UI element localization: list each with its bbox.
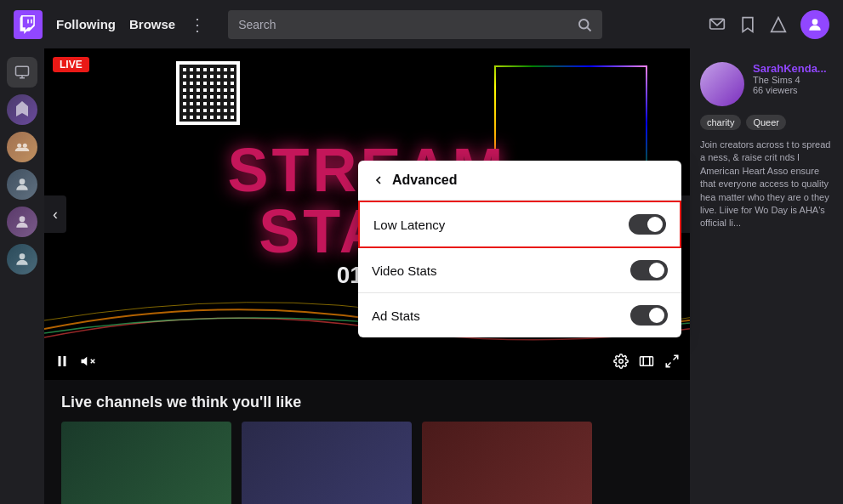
settings-popup: Advanced Low Latency Video Stats Ad Sta bbox=[358, 161, 681, 337]
browse-nav[interactable]: Browse bbox=[129, 17, 175, 31]
svg-point-12 bbox=[17, 144, 21, 148]
prev-arrow[interactable]: ‹ bbox=[44, 195, 66, 233]
sidebar-item-4[interactable] bbox=[7, 207, 37, 237]
twitch-logo[interactable] bbox=[14, 10, 43, 39]
channel-thumb-3[interactable] bbox=[422, 422, 592, 504]
popup-header: Advanced bbox=[358, 161, 681, 201]
svg-rect-17 bbox=[59, 356, 61, 366]
more-nav[interactable]: ⋮ bbox=[189, 14, 208, 35]
svg-point-2 bbox=[579, 20, 589, 29]
channel-thumb-1[interactable] bbox=[61, 422, 231, 504]
video-stats-toggle[interactable] bbox=[630, 260, 668, 280]
tag-charity[interactable]: charity bbox=[700, 115, 741, 130]
streamer-avatar[interactable] bbox=[700, 62, 744, 106]
video-stats-label: Video Stats bbox=[372, 263, 436, 278]
ad-stats-item: Ad Stats bbox=[358, 293, 681, 337]
streamer-info: SarahKenda... The Sims 4 66 viewers bbox=[753, 62, 833, 106]
fullscreen-button[interactable] bbox=[664, 354, 680, 369]
video-player: STREAMSTART 01:13 bbox=[44, 48, 690, 380]
sidebar-item-2[interactable] bbox=[7, 132, 37, 162]
ad-stats-toggle[interactable] bbox=[630, 305, 668, 326]
low-latency-toggle[interactable] bbox=[629, 214, 666, 235]
svg-rect-23 bbox=[641, 357, 653, 366]
svg-rect-18 bbox=[64, 356, 66, 366]
popup-back-button[interactable] bbox=[372, 173, 385, 187]
content-area: STREAMSTART 01:13 bbox=[44, 48, 843, 504]
svg-point-7 bbox=[812, 19, 818, 25]
search-button[interactable] bbox=[577, 17, 592, 32]
following-nav[interactable]: Following bbox=[56, 17, 116, 31]
main-layout: STREAMSTART 01:13 bbox=[0, 48, 843, 504]
low-latency-label: Low Latency bbox=[373, 218, 445, 232]
svg-marker-6 bbox=[772, 17, 786, 31]
svg-marker-11 bbox=[16, 101, 28, 116]
streamer-header: SarahKenda... The Sims 4 66 viewers bbox=[700, 62, 833, 106]
popup-title: Advanced bbox=[392, 173, 457, 188]
streamer-description: Join creators across t to spread a ness,… bbox=[700, 139, 833, 230]
streamer-tags: charity Queer bbox=[700, 115, 833, 130]
svg-point-14 bbox=[20, 178, 26, 184]
live-badge: LIVE bbox=[53, 57, 89, 72]
search-input[interactable] bbox=[238, 18, 570, 31]
qr-code bbox=[176, 61, 240, 125]
controls-right bbox=[613, 354, 680, 369]
search-bar bbox=[228, 10, 602, 39]
svg-rect-8 bbox=[16, 66, 29, 76]
play-pause-button[interactable] bbox=[54, 354, 70, 369]
svg-point-22 bbox=[619, 360, 624, 364]
sidebar-item-1[interactable] bbox=[7, 94, 37, 125]
svg-point-13 bbox=[23, 144, 27, 148]
svg-marker-19 bbox=[82, 357, 88, 366]
streamer-name[interactable]: SarahKenda... bbox=[753, 62, 833, 75]
sidebar-item-3[interactable] bbox=[7, 169, 37, 200]
streamer-avatar-image bbox=[700, 62, 744, 106]
channel-thumbnails bbox=[61, 422, 673, 504]
below-video: Live channels we think you'll like bbox=[44, 380, 690, 504]
section-title: Live channels we think you'll like bbox=[61, 394, 673, 411]
low-latency-item: Low Latency bbox=[358, 201, 681, 248]
sidebar-screen-icon[interactable] bbox=[7, 57, 37, 88]
right-panel: SarahKenda... The Sims 4 66 viewers char… bbox=[690, 48, 843, 504]
streamer-game: The Sims 4 bbox=[753, 75, 833, 85]
video-section: STREAMSTART 01:13 bbox=[44, 48, 690, 504]
sidebar bbox=[0, 48, 44, 504]
nav-right bbox=[709, 10, 829, 39]
svg-point-15 bbox=[20, 216, 26, 222]
svg-line-27 bbox=[666, 363, 670, 367]
svg-line-26 bbox=[674, 355, 678, 360]
svg-marker-5 bbox=[743, 17, 753, 31]
svg-rect-0 bbox=[27, 19, 29, 23]
svg-line-3 bbox=[588, 27, 591, 31]
watchlist-button[interactable] bbox=[739, 16, 756, 33]
tag-queer[interactable]: Queer bbox=[746, 115, 786, 130]
svg-rect-1 bbox=[31, 19, 32, 23]
notifications-button[interactable] bbox=[770, 16, 787, 33]
mute-button[interactable] bbox=[80, 354, 95, 369]
video-controls bbox=[44, 343, 690, 380]
svg-point-16 bbox=[20, 253, 26, 259]
channel-thumb-2[interactable] bbox=[242, 422, 412, 504]
streamer-viewers: 66 viewers bbox=[753, 85, 833, 95]
sidebar-item-5[interactable] bbox=[7, 244, 37, 275]
messages-button[interactable] bbox=[709, 16, 726, 33]
settings-button[interactable] bbox=[613, 354, 629, 369]
navbar: Following Browse ⋮ bbox=[0, 0, 843, 48]
ad-stats-label: Ad Stats bbox=[372, 309, 420, 323]
video-stats-item: Video Stats bbox=[358, 248, 681, 293]
theater-button[interactable] bbox=[639, 354, 654, 369]
user-avatar[interactable] bbox=[800, 10, 829, 39]
